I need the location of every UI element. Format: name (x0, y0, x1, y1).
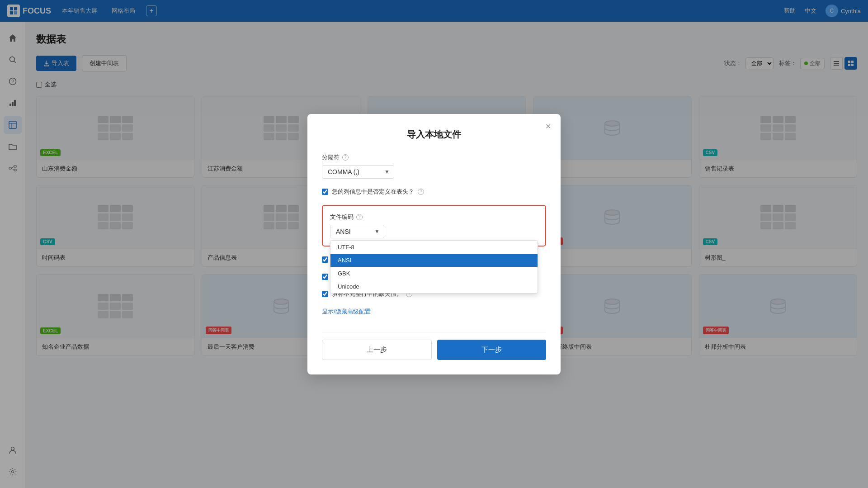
header-help-icon[interactable]: ? (418, 189, 424, 195)
modal-close-button[interactable]: ✕ (542, 121, 553, 132)
separator-select[interactable]: COMMA (,) TAB SEMICOLON (;) PIPE (|) (322, 165, 394, 179)
encoding-dropdown-menu: UTF-8 ANSI GBK Unicode (330, 240, 538, 294)
encoding-select[interactable]: ANSI UTF-8 GBK Unicode (330, 225, 384, 238)
back-button[interactable]: 上一步 (322, 340, 432, 360)
encoding-help-icon[interactable]: ? (356, 214, 363, 220)
encoding-section: 文件编码 ? ANSI UTF-8 GBK Unicode ▼ UTF-8 AN… (322, 205, 546, 246)
encoding-dropdown-container: ANSI UTF-8 GBK Unicode ▼ UTF-8 ANSI GBK … (330, 225, 538, 238)
header-checkbox[interactable] (322, 189, 328, 195)
encoding-select-wrapper: ANSI UTF-8 GBK Unicode ▼ (330, 225, 384, 238)
encoding-option-ansi[interactable]: ANSI (330, 254, 538, 267)
header-checkbox-label: 您的列信息中是否定义在表头？ (332, 188, 414, 196)
modal-title: 导入本地文件 (322, 128, 546, 141)
fill-missing-checkbox[interactable] (322, 291, 328, 297)
modal-overlay: ✕ 导入本地文件 分隔符 ? COMMA (,) TAB SEMICOLON (… (0, 0, 868, 488)
skip-errors-checkbox[interactable] (322, 256, 328, 263)
discard-extra-checkbox[interactable] (322, 274, 328, 280)
encoding-option-unicode[interactable]: Unicode (330, 280, 538, 293)
import-modal: ✕ 导入本地文件 分隔符 ? COMMA (,) TAB SEMICOLON (… (307, 114, 561, 374)
encoding-option-utf8[interactable]: UTF-8 (330, 241, 538, 254)
next-button[interactable]: 下一步 (437, 340, 546, 360)
separator-select-wrapper: COMMA (,) TAB SEMICOLON (;) PIPE (|) ▼ (322, 165, 394, 179)
advanced-config-link[interactable]: 显示/隐藏高级配置 (322, 308, 371, 316)
separator-label: 分隔符 ? (322, 153, 546, 161)
encoding-label: 文件编码 ? (330, 213, 538, 221)
header-checkbox-row: 您的列信息中是否定义在表头？ ? (322, 188, 546, 196)
modal-footer: 上一步 下一步 (322, 332, 546, 360)
encoding-option-gbk[interactable]: GBK (330, 267, 538, 280)
separator-help-icon[interactable]: ? (342, 154, 349, 161)
